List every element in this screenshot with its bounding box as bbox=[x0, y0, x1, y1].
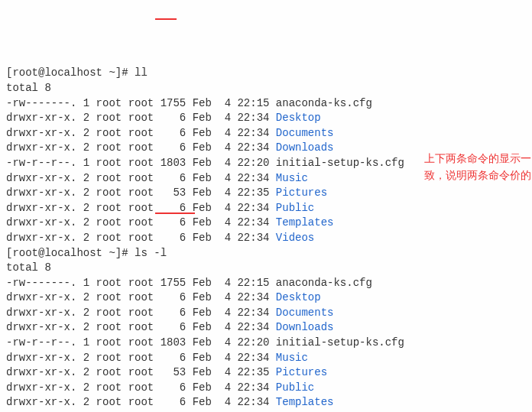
command-input[interactable]: ll bbox=[135, 67, 148, 79]
file-name: Public bbox=[276, 381, 314, 394]
file-name: Templates bbox=[276, 216, 334, 229]
listing-row: drwxr-xr-x. 2 root root 6 Feb 4 22:34 Mu… bbox=[6, 352, 308, 364]
listing-row: drwxr-xr-x. 2 root root 6 Feb 4 22:34 Do… bbox=[6, 141, 333, 154]
file-name: Documents bbox=[276, 127, 334, 139]
listing-row: drwxr-xr-x. 2 root root 6 Feb 4 22:34 Do… bbox=[6, 307, 333, 319]
listing-row: drwxr-xr-x. 2 root root 6 Feb 4 22:34 Pu… bbox=[6, 381, 314, 394]
command-input[interactable]: ls -l bbox=[135, 247, 167, 259]
file-name: Music bbox=[276, 352, 308, 364]
total-line: total 8 bbox=[6, 82, 51, 94]
file-name: Music bbox=[276, 172, 308, 184]
annotation-text: 上下两条命令的显示一致，说明两条命令价的 bbox=[424, 150, 532, 184]
listing-row: drwxr-xr-x. 2 root root 6 Feb 4 22:34 Te… bbox=[6, 396, 333, 408]
listing-row: drwxr-xr-x. 2 root root 6 Feb 4 22:34 Mu… bbox=[6, 172, 308, 184]
file-name: Videos bbox=[276, 232, 314, 244]
file-name: anaconda-ks.cfg bbox=[276, 277, 372, 289]
file-name: Pictures bbox=[276, 366, 327, 378]
listing-row: drwxr-xr-x. 2 root root 53 Feb 4 22:35 P… bbox=[6, 366, 327, 378]
file-name: Downloads bbox=[276, 141, 334, 154]
underline-cmd2 bbox=[155, 212, 195, 214]
underline-cmd1 bbox=[155, 18, 177, 20]
listing-row: drwxr-xr-x. 2 root root 6 Feb 4 22:34 Te… bbox=[6, 216, 333, 229]
file-name: initial-setup-ks.cfg bbox=[276, 157, 404, 169]
shell-prompt: [root@localhost ~]# bbox=[6, 247, 128, 259]
file-name: initial-setup-ks.cfg bbox=[276, 336, 404, 349]
file-name: anaconda-ks.cfg bbox=[276, 97, 372, 109]
listing-row: -rw-r--r--. 1 root root 1803 Feb 4 22:20… bbox=[6, 157, 404, 169]
total-line: total 8 bbox=[6, 261, 51, 274]
listing-row: drwxr-xr-x. 2 root root 6 Feb 4 22:34 Vi… bbox=[6, 232, 314, 244]
file-name: Desktop bbox=[276, 291, 321, 303]
listing-row: -rw-r--r--. 1 root root 1803 Feb 4 22:20… bbox=[6, 336, 404, 349]
file-name: Pictures bbox=[276, 187, 327, 199]
listing-row: drwxr-xr-x. 2 root root 6 Feb 4 22:34 Do… bbox=[6, 127, 333, 139]
listing-row: drwxr-xr-x. 2 root root 6 Feb 4 22:34 De… bbox=[6, 291, 321, 303]
listing-row: drwxr-xr-x. 2 root root 53 Feb 4 22:35 P… bbox=[6, 187, 327, 199]
listing-row: -rw-------. 1 root root 1755 Feb 4 22:15… bbox=[6, 277, 372, 289]
file-name: Documents bbox=[276, 307, 334, 319]
shell-prompt: [root@localhost ~]# bbox=[6, 67, 128, 79]
file-name: Templates bbox=[276, 396, 334, 408]
terminal-output: [root@localhost ~]# ll total 8 -rw------… bbox=[6, 66, 526, 412]
file-name: Desktop bbox=[276, 112, 321, 124]
listing-row: drwxr-xr-x. 2 root root 6 Feb 4 22:34 De… bbox=[6, 112, 321, 124]
listing-row: drwxr-xr-x. 2 root root 6 Feb 4 22:34 Do… bbox=[6, 321, 333, 333]
listing-row: -rw-------. 1 root root 1755 Feb 4 22:15… bbox=[6, 97, 372, 109]
file-name: Public bbox=[276, 202, 314, 214]
file-name: Downloads bbox=[276, 321, 334, 333]
